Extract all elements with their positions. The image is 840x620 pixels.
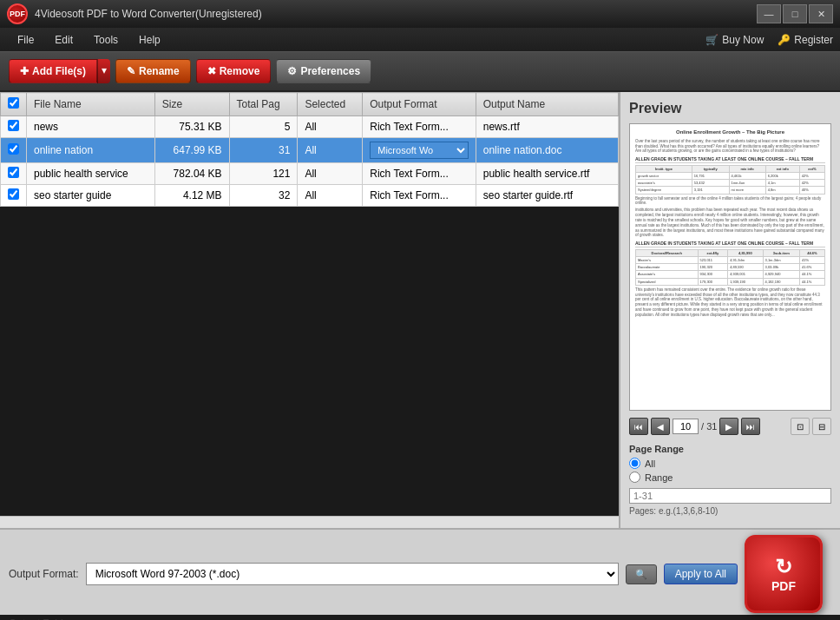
maximize-button[interactable]: □ <box>783 4 807 23</box>
row-checkbox[interactable] <box>8 143 19 155</box>
page-range-custom-option[interactable]: Range <box>629 472 831 483</box>
menu-right-area: 🛒 Buy Now 🔑 Register <box>705 34 833 46</box>
row-checkbox-cell <box>1 185 27 207</box>
th-selected: Selected <box>298 93 363 116</box>
bottom-bar: Output Format: Microsoft Word 97-2003 (*… <box>0 528 840 615</box>
select-all-checkbox[interactable] <box>8 97 19 109</box>
add-files-group: ✚ Add File(s) ▾ <box>9 59 110 83</box>
page-range-all-option[interactable]: All <box>629 458 831 469</box>
rename-label: Rename <box>139 65 180 77</box>
file-table: File Name Size Total Pag Selected Output… <box>0 92 619 207</box>
register-button[interactable]: 🔑 Register <box>778 34 833 46</box>
row-size: 75.31 KB <box>154 116 229 138</box>
pdf-convert-icon: ↻ <box>775 555 792 579</box>
horizontal-scrollbar[interactable] <box>0 516 619 528</box>
preview-image: Online Enrollment Growth – The Big Pictu… <box>629 123 831 411</box>
page-range-options: All Range <box>629 458 831 504</box>
register-label: Register <box>794 34 833 46</box>
page-number-input[interactable] <box>673 419 699 434</box>
apply-to-all-button[interactable]: Apply to All <box>664 564 738 584</box>
last-page-button[interactable]: ⏭ <box>741 418 760 435</box>
gear-icon: ⚙ <box>287 65 297 77</box>
preview-title: Preview <box>629 101 831 116</box>
next-page-button[interactable]: ▶ <box>719 418 738 435</box>
row-checkbox[interactable] <box>8 120 19 131</box>
row-totalpages: 31 <box>229 138 298 163</box>
convert-button[interactable]: ↻ PDF <box>745 535 823 613</box>
main-wrapper: File Name Size Total Pag Selected Output… <box>0 92 840 615</box>
preferences-button[interactable]: ⚙ Preferences <box>276 59 371 83</box>
row-selected: All <box>298 185 363 207</box>
app-logo: PDF <box>7 3 28 24</box>
th-size: Size <box>154 93 229 116</box>
window-controls: — □ ✕ <box>757 4 833 23</box>
menu-bar: File Edit Tools Help 🛒 Buy Now 🔑 Registe… <box>0 28 840 52</box>
content-area: File Name Size Total Pag Selected Output… <box>0 92 840 528</box>
add-files-label: Add File(s) <box>32 65 86 77</box>
preferences-label: Preferences <box>300 65 360 77</box>
table-row[interactable]: seo starter guide4.12 MB32AllRich Text F… <box>1 185 619 207</box>
file-scroll-area[interactable]: File Name Size Total Pag Selected Output… <box>0 92 619 516</box>
window-title: 4Videosoft PDF to Word Converter(Unregis… <box>35 8 757 20</box>
minimize-button[interactable]: — <box>757 4 781 23</box>
row-selected: All <box>298 138 363 163</box>
file-list-wrapper: File Name Size Total Pag Selected Output… <box>0 92 619 528</box>
page-range-title: Page Range <box>629 444 831 454</box>
th-filename: File Name <box>27 93 155 116</box>
buy-now-button[interactable]: 🛒 Buy Now <box>705 34 764 46</box>
fit-page-button[interactable]: ⊡ <box>791 418 810 435</box>
page-range-section: Page Range All Range Pages: e.g.(1,3,6,8… <box>629 440 831 519</box>
first-page-button[interactable]: ⏮ <box>629 418 648 435</box>
menu-edit[interactable]: Edit <box>44 30 83 49</box>
prev-page-button[interactable]: ◀ <box>651 418 670 435</box>
add-files-dropdown-button[interactable]: ▾ <box>97 59 110 83</box>
row-outputname: seo starter guide.rtf <box>476 185 618 207</box>
th-checkbox <box>1 93 27 116</box>
row-checkbox[interactable] <box>8 188 19 200</box>
row-size: 647.99 KB <box>154 138 229 163</box>
menu-tools[interactable]: Tools <box>83 30 128 49</box>
remove-icon: ✖ <box>207 65 216 77</box>
row-checkbox-cell <box>1 138 27 163</box>
menu-file[interactable]: File <box>7 30 44 49</box>
th-outputname: Output Name <box>476 93 618 116</box>
add-files-button[interactable]: ✚ Add File(s) <box>9 59 97 83</box>
page-range-all-label: All <box>645 458 655 469</box>
table-row[interactable]: public health service782.04 KB121AllRich… <box>1 163 619 185</box>
close-button[interactable]: ✕ <box>809 4 833 23</box>
row-checkbox[interactable] <box>8 167 19 178</box>
output-format-row: Output Format: Microsoft Word 97-2003 (*… <box>9 535 831 613</box>
plus-icon: ✚ <box>20 65 29 77</box>
pages-hint: Pages: e.g.(1,3,6,8-10) <box>629 506 831 516</box>
pdf-label: PDF <box>771 579 796 593</box>
row-filename: seo starter guide <box>27 185 155 207</box>
row-filename: public health service <box>27 163 155 185</box>
table-row[interactable]: news75.31 KB5AllRich Text Form...news.rt… <box>1 116 619 138</box>
page-range-all-radio[interactable] <box>629 458 640 469</box>
preview-controls: ⏮ ◀ / 31 ▶ ⏭ ⊡ ⊟ <box>629 418 831 435</box>
remove-button[interactable]: ✖ Remove <box>196 59 272 83</box>
menu-help[interactable]: Help <box>128 30 171 49</box>
row-outputformat: Rich Text Form... <box>363 185 476 207</box>
output-format-select[interactable]: Microsoft Word 97-2003 (*.doc) <box>86 563 619 585</box>
remove-label: Remove <box>220 65 260 77</box>
table-row[interactable]: online nation647.99 KB31AllMicrosoft Woo… <box>1 138 619 163</box>
row-checkbox-cell <box>1 116 27 138</box>
title-bar: PDF 4Videosoft PDF to Word Converter(Unr… <box>0 0 840 28</box>
page-range-input[interactable] <box>629 488 831 504</box>
format-dropdown[interactable]: Microsoft Wo <box>370 142 468 159</box>
output-format-label: Output Format: <box>9 568 79 580</box>
row-outputname: online nation.doc <box>476 138 618 163</box>
preview-icon-group: ⊡ ⊟ <box>791 418 831 435</box>
fit-width-button[interactable]: ⊟ <box>812 418 831 435</box>
row-totalpages: 5 <box>229 116 298 138</box>
page-range-custom-radio[interactable] <box>629 472 640 483</box>
page-range-custom-label: Range <box>645 472 673 483</box>
cart-icon: 🛒 <box>705 34 719 46</box>
preview-panel: Preview Online Enrollment Growth – The B… <box>619 92 840 528</box>
buy-now-label: Buy Now <box>722 34 764 46</box>
rename-button[interactable]: ✎ Rename <box>115 59 191 83</box>
row-selected: All <box>298 116 363 138</box>
row-size: 4.12 MB <box>154 185 229 207</box>
browse-output-format-button[interactable]: 🔍 <box>626 564 657 584</box>
